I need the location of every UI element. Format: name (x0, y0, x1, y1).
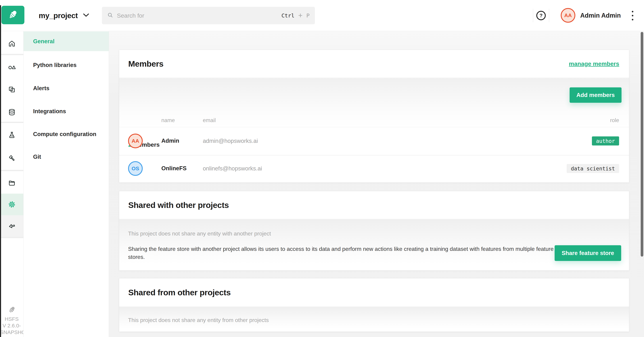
top-bar: my_project Ctrl + P ? (0, 0, 644, 31)
sidebar-item-compare[interactable] (0, 79, 24, 100)
shared-with-card: Shared with other projects (119, 191, 629, 270)
chevron-down-icon (82, 13, 90, 18)
sidebar-item-jobs[interactable] (0, 147, 24, 169)
column-header-email: email (203, 117, 216, 124)
database-icon (8, 108, 16, 116)
share-feature-store-button[interactable]: Share feature store (554, 245, 621, 261)
gavel-icon (8, 154, 16, 162)
settings-menu: General Python libraries Alerts Integrat… (24, 31, 109, 337)
shortcut-key: P (306, 13, 310, 19)
plus-icon: + (298, 12, 303, 19)
kebab-menu-icon[interactable] (629, 0, 636, 31)
sidebar-item-back[interactable] (0, 215, 24, 237)
overlapping-squares-icon (8, 86, 16, 94)
hops-cone-gray-icon (0, 305, 23, 315)
project-name: my_project (39, 11, 78, 20)
search-shortcut-hint: Ctrl + P (282, 12, 310, 19)
member-name: Admin (161, 137, 179, 144)
version-line: V 2.6.0- (0, 322, 23, 329)
sidebar-divider (0, 122, 24, 123)
member-avatar: AA (128, 134, 143, 148)
sidebar-item-home[interactable] (0, 33, 24, 55)
table-divider (119, 155, 629, 155)
member-email: onlinefs@hopsworks.ai (203, 165, 262, 172)
topbar-divider (533, 9, 533, 22)
search-icon (107, 12, 114, 19)
manage-members-link[interactable]: manage members (569, 60, 619, 67)
sidebar-item-feature-store[interactable] (0, 56, 24, 78)
user-initials: AA (564, 13, 572, 18)
version-line: HSFS (0, 316, 23, 322)
sidebar-item-settings[interactable] (0, 194, 24, 215)
global-search-bar: Ctrl + P (102, 7, 315, 24)
shared-from-body (119, 307, 629, 331)
shared-from-header: Shared from other projects (119, 278, 629, 307)
topbar-divider (549, 9, 549, 22)
gear-icon (8, 200, 16, 208)
arrow-left-icon (8, 222, 16, 230)
menu-item-compute-configuration[interactable]: Compute configuration (24, 124, 109, 144)
hops-cone-icon (7, 9, 19, 21)
search-input[interactable] (117, 12, 278, 19)
version-line: SNAPSHOT (0, 329, 23, 335)
members-title: Members (128, 59, 164, 69)
menu-item-general[interactable]: General (24, 31, 109, 51)
column-header-name: name (161, 117, 175, 124)
flask-icon (8, 131, 16, 139)
sidebar-divider (0, 237, 24, 238)
user-name[interactable]: Admin Admin (580, 0, 621, 31)
project-switcher[interactable]: my_project (39, 0, 90, 31)
menu-item-alerts[interactable]: Alerts (24, 78, 109, 98)
help-icon[interactable]: ? (536, 11, 546, 20)
member-role-badge: data scientist (567, 164, 619, 173)
members-card: Members manage members 2members Add memb… (119, 50, 629, 183)
window-left-edge (0, 5, 1, 337)
sidebar-icon-rail: HSFS V 2.6.0- SNAPSHOT (0, 31, 24, 337)
vertical-scrollbar-thumb[interactable] (641, 32, 643, 257)
shared-with-body (119, 219, 629, 270)
sidebar-divider (0, 54, 24, 55)
members-summary-strip (119, 78, 629, 127)
hopsworks-logo[interactable] (2, 6, 24, 24)
menu-item-git[interactable]: Git (24, 147, 109, 167)
shared-from-title: Shared from other projects (128, 288, 231, 297)
sidebar-item-files[interactable] (0, 172, 24, 194)
member-role-badge: author (592, 136, 619, 145)
user-avatar[interactable]: AA (561, 8, 575, 23)
shared-from-card: Shared from other projects (119, 278, 629, 332)
member-avatar: OS (128, 161, 143, 176)
menu-item-integrations[interactable]: Integrations (24, 101, 109, 121)
sidebar-item-experiments[interactable] (0, 124, 24, 146)
circle-triangle-icon (8, 63, 16, 71)
sidebar-divider (0, 170, 24, 171)
shortcut-ctrl: Ctrl (282, 13, 294, 19)
menu-item-python-libraries[interactable]: Python libraries (24, 55, 109, 75)
shared-with-header: Shared with other projects (119, 191, 629, 219)
sidebar-item-storage[interactable] (0, 101, 24, 123)
add-members-button[interactable]: Add members (570, 87, 622, 103)
member-initials: AA (132, 138, 139, 144)
hopsworks-project-settings-page: my_project Ctrl + P ? (0, 0, 644, 337)
column-header-role: role (610, 117, 619, 124)
help-glyph: ? (540, 13, 542, 19)
member-email: admin@hopsworks.ai (203, 138, 258, 144)
hsfs-version-label: HSFS V 2.6.0- SNAPSHOT (0, 305, 23, 335)
folder-icon (8, 179, 16, 187)
members-card-header: Members manage members (119, 50, 629, 78)
member-name: OnlineFS (161, 165, 186, 172)
shared-with-title: Shared with other projects (128, 200, 229, 210)
home-icon (8, 40, 16, 48)
member-initials: OS (132, 166, 139, 171)
